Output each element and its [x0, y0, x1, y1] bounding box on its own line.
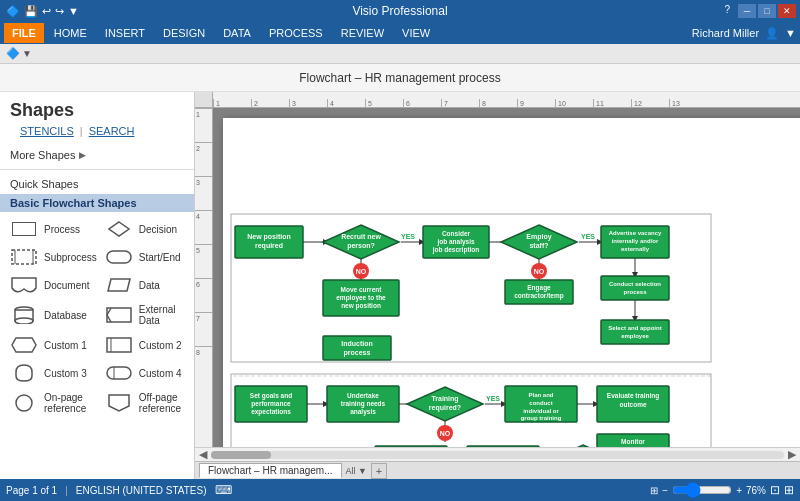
svg-text:NO: NO [440, 430, 451, 437]
ruler-mark-13: 13 [669, 99, 707, 107]
zoom-in-btn[interactable]: + [736, 485, 742, 496]
shape-custom1[interactable]: Custom 1 [8, 334, 99, 356]
offpage-ref-icon [105, 394, 133, 412]
svg-text:NO: NO [356, 268, 367, 275]
restore-button[interactable]: □ [758, 4, 776, 18]
process-menu[interactable]: PROCESS [261, 23, 331, 43]
svg-text:outcome: outcome [619, 401, 646, 408]
shape-process-label: Process [44, 224, 80, 235]
svg-text:Advertise vacancy: Advertise vacancy [609, 230, 662, 236]
zoom-out-btn[interactable]: − [662, 485, 668, 496]
shape-external-data[interactable]: External Data [103, 302, 186, 328]
design-menu[interactable]: DESIGN [155, 23, 213, 43]
svg-text:employee: employee [621, 333, 649, 339]
view-menu[interactable]: VIEW [394, 23, 438, 43]
sidebar-tabs: STENCILS | SEARCH [10, 125, 184, 137]
process-icon [10, 220, 38, 238]
stencils-tab[interactable]: STENCILS [20, 125, 74, 137]
quick-save[interactable]: 💾 [24, 5, 38, 18]
quick-undo[interactable]: ↩ [42, 5, 51, 18]
canvas-scroll[interactable]: 1 2 3 4 5 6 7 8 New p [195, 108, 800, 447]
all-pages-dropdown[interactable]: All ▼ [346, 466, 367, 476]
database-icon [10, 306, 38, 324]
data-menu[interactable]: DATA [215, 23, 259, 43]
svg-rect-1 [12, 250, 36, 264]
shape-data[interactable]: Data [103, 274, 186, 296]
zoom-slider[interactable] [672, 482, 732, 498]
fit-icon[interactable]: ⊞ [650, 485, 658, 496]
close-button[interactable]: ✕ [778, 4, 796, 18]
svg-text:New position: New position [247, 233, 291, 241]
onpage-ref-icon [10, 394, 38, 412]
shape-document-label: Document [44, 280, 90, 291]
user-name: Richard Miller [692, 27, 759, 39]
drawing-canvas[interactable]: New position required Recruit new person… [213, 108, 800, 447]
startend-icon [105, 248, 133, 266]
scroll-track[interactable] [211, 451, 784, 459]
shape-onpage-label: On-page reference [44, 392, 97, 414]
more-shapes-header[interactable]: More Shapes ▶ [0, 145, 194, 165]
shape-document[interactable]: Document [8, 274, 99, 296]
shape-decision[interactable]: Decision [103, 218, 186, 240]
scroll-right-btn[interactable]: ▶ [788, 448, 796, 461]
home-menu[interactable]: HOME [46, 23, 95, 43]
shape-external-data-label: External Data [139, 304, 184, 326]
svg-marker-0 [109, 222, 129, 236]
quick-redo[interactable]: ↪ [55, 5, 64, 18]
search-tab[interactable]: SEARCH [89, 125, 135, 137]
shape-startend[interactable]: Start/End [103, 246, 186, 268]
svg-text:internally and/or: internally and/or [612, 238, 659, 244]
fit-page-btn[interactable]: ⊡ [770, 483, 780, 497]
shape-custom3[interactable]: Custom 3 [8, 362, 99, 384]
insert-menu[interactable]: INSERT [97, 23, 153, 43]
ruler-horizontal: 1 2 3 4 5 6 7 8 9 10 11 12 13 [195, 92, 800, 108]
file-menu[interactable]: FILE [4, 23, 44, 43]
app-title: Visio Professional [352, 4, 447, 18]
zoom-level: 76% [746, 485, 766, 496]
shape-offpage-label: Off-page reference [139, 392, 184, 414]
ruler-v-6: 6 [195, 278, 212, 312]
shape-process[interactable]: Process [8, 218, 99, 240]
ruler-mark-8: 8 [479, 99, 517, 107]
shape-subprocess[interactable]: Subprocess [8, 246, 99, 268]
svg-text:Move current: Move current [341, 286, 383, 293]
svg-text:process: process [623, 289, 647, 295]
shape-custom4-label: Custom 4 [139, 368, 182, 379]
ribbon-icon-1[interactable]: 🔷 [6, 47, 20, 60]
ruler-mark-5: 5 [365, 99, 403, 107]
document-title: Flowchart – HR management process [0, 64, 800, 92]
separator-1: | [65, 485, 68, 496]
svg-rect-116 [467, 446, 539, 447]
add-page-button[interactable]: + [371, 463, 387, 479]
review-menu[interactable]: REVIEW [333, 23, 392, 43]
scroll-left-btn[interactable]: ◀ [199, 448, 207, 461]
ruler-mark-12: 12 [631, 99, 669, 107]
svg-rect-4 [107, 251, 131, 263]
fit-width-btn[interactable]: ⊞ [784, 483, 794, 497]
shape-custom4[interactable]: Custom 4 [103, 362, 186, 384]
svg-text:Conduct selection: Conduct selection [609, 281, 661, 287]
canvas-area: 1 2 3 4 5 6 7 8 9 10 11 12 13 1 2 3 4 [195, 92, 800, 479]
shape-database[interactable]: Database [8, 302, 99, 328]
page-tab[interactable]: Flowchart – HR managem... [199, 463, 342, 478]
svg-text:conduct: conduct [529, 400, 552, 406]
external-data-icon [105, 306, 133, 324]
diagram-page: New position required Recruit new person… [223, 118, 800, 447]
user-dropdown[interactable]: ▼ [785, 27, 796, 39]
custom3-icon [10, 364, 38, 382]
svg-text:staff?: staff? [529, 242, 548, 249]
quick-customize[interactable]: ▼ [68, 5, 79, 17]
shape-offpage-ref[interactable]: Off-page reference [103, 390, 186, 416]
custom4-icon [105, 364, 133, 382]
minimize-button[interactable]: ─ [738, 4, 756, 18]
ruler-mark-11: 11 [593, 99, 631, 107]
shape-custom2[interactable]: Custom 2 [103, 334, 186, 356]
title-bar: 🔷 💾 ↩ ↪ ▼ Visio Professional ? ─ □ ✕ [0, 0, 800, 22]
scroll-thumb[interactable] [211, 451, 271, 459]
help-icon[interactable]: ? [724, 4, 730, 18]
shapes-category[interactable]: Basic Flowchart Shapes [0, 194, 194, 212]
svg-text:Monitor: Monitor [621, 438, 645, 445]
shape-onpage-ref[interactable]: On-page reference [8, 390, 99, 416]
shape-custom2-label: Custom 2 [139, 340, 182, 351]
horizontal-scrollbar[interactable]: ◀ ▶ [195, 447, 800, 461]
